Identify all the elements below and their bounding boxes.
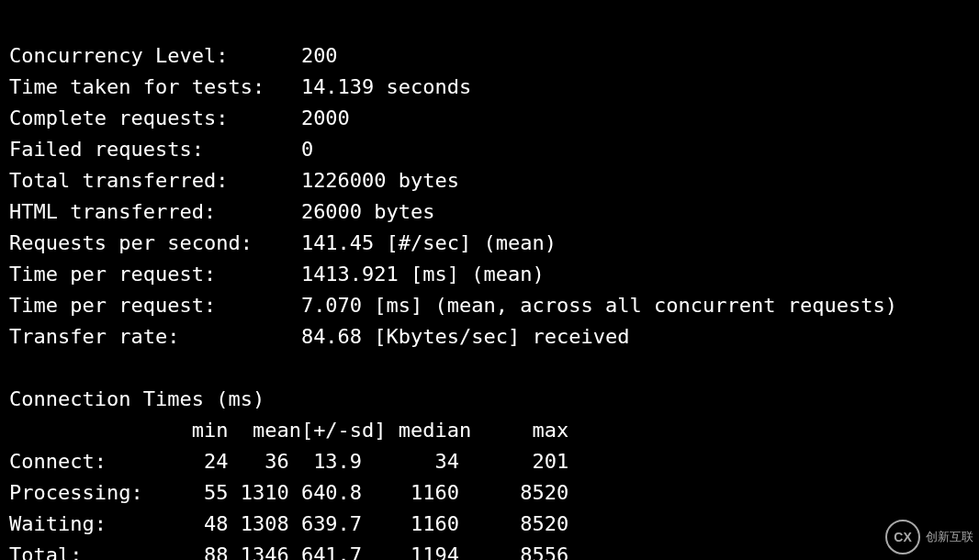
watermark-logo-icon: CX [885,520,920,554]
terminal-output: Concurrency Level: 200 Time taken for te… [0,20,979,560]
watermark: CX 创新互联 [885,520,973,554]
watermark-logo-text: CX [894,521,911,553]
watermark-brand: 创新互联 [926,521,973,553]
